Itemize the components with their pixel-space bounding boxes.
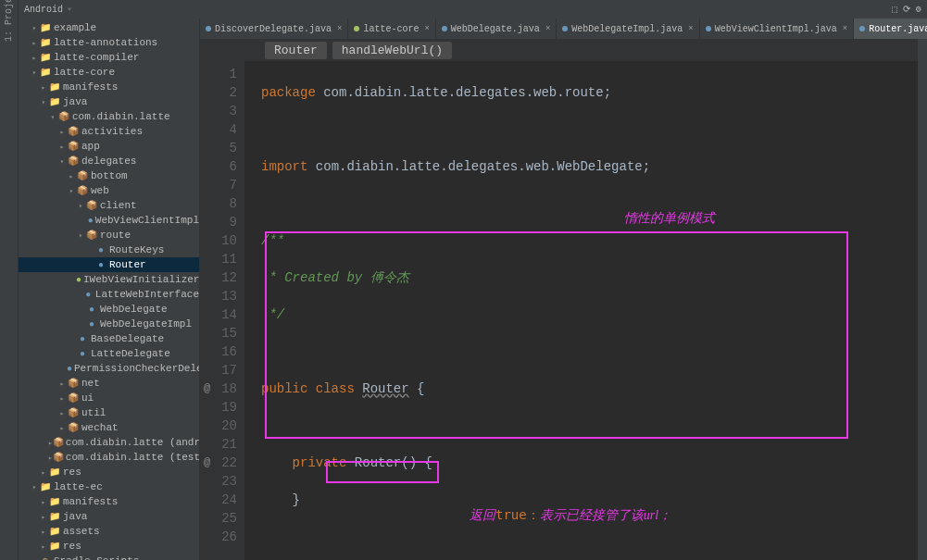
tab-WebDelegateImpl.java[interactable]: WebDelegateImpl.java× <box>557 19 699 39</box>
tree-WebViewClientImpl[interactable]: ●WebViewClientImpl <box>19 213 199 228</box>
tree-client[interactable]: ▾📦client <box>19 198 199 213</box>
tab-latte-core[interactable]: latte-core× <box>348 19 435 39</box>
tree-manifests[interactable]: ▸📁manifests <box>19 80 199 94</box>
left-tool-strip: 1: Project <box>0 0 19 560</box>
code-editor[interactable]: 1234567891011121314151617@18192021@22232… <box>200 61 927 560</box>
tree-latte-compiler[interactable]: ▸📁latte-compiler <box>19 50 199 65</box>
tool-project[interactable]: 1: Project <box>4 24 14 42</box>
tree-java[interactable]: ▸📁java <box>19 509 199 524</box>
tree-delegates[interactable]: ▾📦delegates <box>19 154 199 168</box>
tree-manifests[interactable]: ▸📁manifests <box>19 494 199 509</box>
right-gutter <box>918 39 927 560</box>
tree-PermissionCheckerDelegate[interactable]: ●PermissionCheckerDelegate <box>19 361 199 376</box>
tree-com.diabin.latte[interactable]: ▾📦com.diabin.latte <box>19 109 199 124</box>
tree-bottom[interactable]: ▸📦bottom <box>19 168 199 183</box>
tree-app[interactable]: ▸📦app <box>19 139 199 154</box>
header-label: Android <box>24 5 63 15</box>
tree-net[interactable]: ▸📦net <box>19 376 199 391</box>
tree-route[interactable]: ▾📦route <box>19 228 199 243</box>
breadcrumb-method[interactable]: handleWebUrl() <box>332 42 452 59</box>
tree-RouteKeys[interactable]: ●RouteKeys <box>19 243 199 257</box>
tree-com.diabin.latte (androidTest)[interactable]: ▸📦com.diabin.latte (androidTest) <box>19 435 199 450</box>
tree-wechat[interactable]: ▸📦wechat <box>19 420 199 435</box>
annotation-return: 返回true：表示已经接管了该url； <box>450 487 671 543</box>
tree-res[interactable]: ▸📁res <box>19 465 199 479</box>
tree-IWebViewInitializer[interactable]: ●IWebViewInitializer <box>19 272 199 287</box>
tree-WebDelegate[interactable]: ●WebDelegate <box>19 302 199 317</box>
breadcrumb: Router handleWebUrl() <box>200 39 927 61</box>
header-icons[interactable]: ⬚ ⟳ ⚙ <box>892 4 921 15</box>
breadcrumb-class[interactable]: Router <box>265 42 327 59</box>
tree-util[interactable]: ▸📦util <box>19 405 199 420</box>
tree-res[interactable]: ▸📁res <box>19 539 199 554</box>
tree-Gradle Scripts[interactable]: ▾⚙Gradle Scripts <box>19 554 199 560</box>
code-area[interactable]: package com.diabin.latte.delegates.web.r… <box>244 61 927 560</box>
tree-ui[interactable]: ▸📦ui <box>19 391 199 405</box>
tree-BaseDelegate[interactable]: ●BaseDelegate <box>19 331 199 346</box>
tree-assets[interactable]: ▸📁assets <box>19 524 199 539</box>
editor-tabs[interactable]: DiscoverDelegate.java×latte-core×WebDele… <box>200 19 927 39</box>
tree-latte-annotations[interactable]: ▸📁latte-annotations <box>19 35 199 50</box>
tree-LatteWebInterface[interactable]: ●LatteWebInterface <box>19 287 199 302</box>
tab-Router.java[interactable]: Router.java× <box>854 19 927 39</box>
annotation-singleton: 惰性的单例模式 <box>624 209 715 228</box>
tree-latte-ec[interactable]: ▾📁latte-ec <box>19 479 199 494</box>
tab-DiscoverDelegate.java[interactable]: DiscoverDelegate.java× <box>200 19 348 39</box>
tab-WebDelegate.java[interactable]: WebDelegate.java× <box>436 19 557 39</box>
project-tree[interactable]: ▾📁example▸📁latte-annotations▸📁latte-comp… <box>19 19 200 560</box>
gutter: 1234567891011121314151617@18192021@22232… <box>200 61 244 560</box>
tab-WebViewClientImpl.java[interactable]: WebViewClientImpl.java× <box>700 19 854 39</box>
tree-WebDelegateImpl[interactable]: ●WebDelegateImpl <box>19 317 199 331</box>
tree-LatteDelegate[interactable]: ●LatteDelegate <box>19 346 199 361</box>
tree-latte-core[interactable]: ▾📁latte-core <box>19 65 199 80</box>
tree-java[interactable]: ▾📁java <box>19 94 199 109</box>
tree-Router[interactable]: ●Router <box>19 257 199 272</box>
tree-example[interactable]: ▾📁example <box>19 20 199 35</box>
project-header: Android ▾ ⬚ ⟳ ⚙ <box>19 0 927 19</box>
tree-com.diabin.latte (test)[interactable]: ▸📦com.diabin.latte (test) <box>19 450 199 465</box>
tree-activities[interactable]: ▸📦activities <box>19 124 199 139</box>
highlight-box-singleton <box>265 231 848 439</box>
tree-web[interactable]: ▾📦web <box>19 183 199 198</box>
